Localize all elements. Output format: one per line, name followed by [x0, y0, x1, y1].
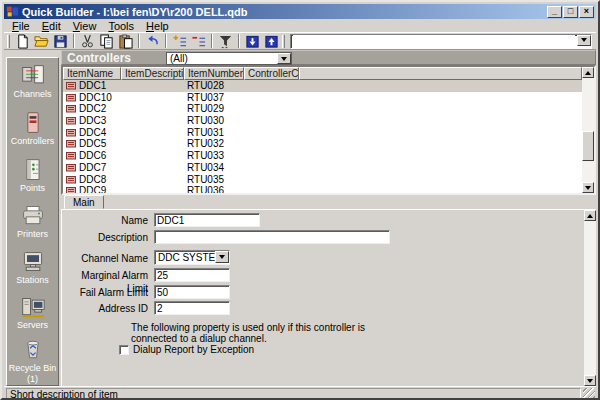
sidebar-item-stations[interactable]: Stations	[7, 250, 58, 285]
save-button[interactable]	[51, 33, 70, 49]
maximize-button[interactable]: □	[563, 6, 578, 18]
table-row[interactable]: DDC1 RTU028	[63, 80, 594, 92]
toolbar-combo-input[interactable]	[293, 35, 575, 46]
name-field[interactable]	[155, 214, 259, 226]
marginal-alarm-limit-field-wrap	[154, 268, 230, 282]
paste-button[interactable]	[116, 33, 135, 49]
cell-itemname: DDC8	[79, 174, 106, 185]
scrollbar-thumb[interactable]	[582, 131, 594, 161]
scroll-down-button[interactable]	[584, 375, 596, 386]
description-field[interactable]	[155, 231, 389, 243]
sidebar-item-servers[interactable]: Servers	[7, 295, 58, 330]
column-header-itemname[interactable]: ItemName	[63, 67, 121, 80]
new-button[interactable]	[13, 33, 32, 49]
arrow-up-icon	[587, 214, 593, 218]
download-icon	[245, 34, 260, 49]
menu-view[interactable]: View	[67, 19, 103, 33]
sidebar-label: Recycle Bin	[7, 363, 58, 373]
cell-itemname: DDC10	[79, 92, 112, 103]
remove-items-button[interactable]	[189, 33, 208, 49]
column-header-filler	[299, 67, 582, 80]
sidebar-item-printers[interactable]: Printers	[7, 204, 58, 239]
controller-item-icon	[66, 104, 76, 115]
toolbar-gripper[interactable]	[282, 35, 285, 48]
copy-button[interactable]	[97, 33, 116, 49]
scroll-down-button[interactable]	[582, 182, 594, 193]
cell-itemnumber: RTU030	[184, 115, 244, 127]
cut-button[interactable]	[78, 33, 97, 49]
sidebar-panel: Channels Controllers	[6, 57, 59, 386]
toolbar	[4, 33, 596, 50]
list-scrollbar[interactable]	[582, 67, 594, 193]
cell-itemdescription	[121, 92, 184, 104]
minimize-button[interactable]: _	[547, 6, 562, 18]
toolbar-combobox[interactable]	[290, 34, 592, 49]
resize-grip-icon[interactable]	[583, 388, 595, 400]
controller-item-icon	[66, 186, 76, 195]
table-row[interactable]: DDC6 RTU033	[63, 150, 594, 162]
toolbar-gripper[interactable]	[7, 35, 10, 48]
scroll-up-button[interactable]	[584, 210, 596, 221]
download-button[interactable]	[243, 33, 262, 49]
cell-itemdescription	[121, 103, 184, 115]
scroll-up-button[interactable]	[582, 67, 594, 78]
filter-combobox[interactable]: (All)	[166, 52, 292, 65]
table-row[interactable]: DDC4 RTU031	[63, 127, 594, 139]
description-label: Description	[62, 231, 148, 244]
controllers-icon	[19, 111, 47, 135]
menu-file[interactable]: File	[6, 19, 36, 33]
menu-tools[interactable]: Tools	[102, 19, 140, 33]
dialup-report-checkbox[interactable]	[119, 345, 129, 355]
tab-main[interactable]: Main	[64, 195, 104, 209]
add-items-button[interactable]	[170, 33, 189, 49]
sidebar-item-recycle-bin[interactable]: Recycle Bin (1)	[7, 338, 58, 384]
column-header-itemdescription[interactable]: ItemDescription	[121, 67, 184, 80]
toolbar-separator	[211, 34, 213, 48]
sidebar-item-channels[interactable]: Channels	[7, 64, 58, 99]
table-row[interactable]: DDC8 RTU035	[63, 174, 594, 186]
channel-name-select[interactable]: DDC SYSTEM	[154, 250, 230, 265]
column-header-controllerchannel[interactable]: ControllerChann...	[244, 67, 299, 80]
sidebar-item-points[interactable]: Points	[7, 158, 58, 193]
cell-itemdescription	[121, 150, 184, 162]
status-text: Short description of item	[6, 388, 581, 400]
address-id-field[interactable]	[155, 302, 229, 314]
sidebar-label: Servers	[7, 320, 58, 330]
table-row[interactable]: DDC2 RTU029	[63, 103, 594, 115]
sidebar-label: Channels	[7, 89, 58, 99]
detail-scrollbar[interactable]	[584, 210, 596, 386]
channel-name-label: Channel Name	[62, 252, 148, 265]
close-button[interactable]: ×	[579, 6, 594, 18]
undo-button[interactable]	[143, 33, 162, 49]
sidebar: Channels Controllers	[4, 50, 61, 386]
filter-drop-button[interactable]	[277, 53, 291, 64]
table-row[interactable]: DDC9 RTU036	[63, 185, 594, 195]
channel-name-drop-button[interactable]	[215, 251, 229, 263]
table-row[interactable]: DDC10 RTU037	[63, 92, 594, 104]
dialup-checkbox-row: Dialup Report by Exception	[119, 344, 254, 355]
marginal-alarm-limit-field[interactable]	[155, 269, 229, 281]
table-row[interactable]: DDC3 RTU030	[63, 115, 594, 127]
table-row[interactable]: DDC7 RTU034	[63, 162, 594, 174]
title-bar[interactable]: Quick Builder - I:\bei fen\DY\r200 DELL.…	[4, 4, 596, 19]
new-file-icon	[15, 34, 30, 49]
filter-button[interactable]	[216, 33, 235, 49]
cell-itemname: DDC2	[79, 103, 106, 114]
fail-alarm-limit-field[interactable]	[155, 286, 229, 298]
sidebar-item-controllers[interactable]: Controllers	[7, 111, 58, 146]
recycle-bin-count: (1)	[7, 374, 58, 384]
panel-title: Controllers	[62, 51, 131, 65]
table-row[interactable]: DDC5 RTU032	[63, 138, 594, 150]
upload-button[interactable]	[262, 33, 281, 49]
chevron-down-icon	[581, 38, 587, 42]
cell-itemname: DDC1	[79, 80, 106, 91]
menu-edit[interactable]: Edit	[36, 19, 67, 33]
name-field-wrap	[154, 213, 260, 227]
cell-itemdescription	[121, 138, 184, 150]
column-header-itemnumber[interactable]: ItemNumber	[184, 67, 244, 80]
toolbar-combo-drop-button[interactable]	[577, 35, 591, 46]
status-bar: Short description of item	[4, 386, 596, 400]
cell-controllerchannel	[244, 92, 299, 104]
open-button[interactable]	[32, 33, 51, 49]
menu-help[interactable]: Help	[140, 19, 175, 33]
